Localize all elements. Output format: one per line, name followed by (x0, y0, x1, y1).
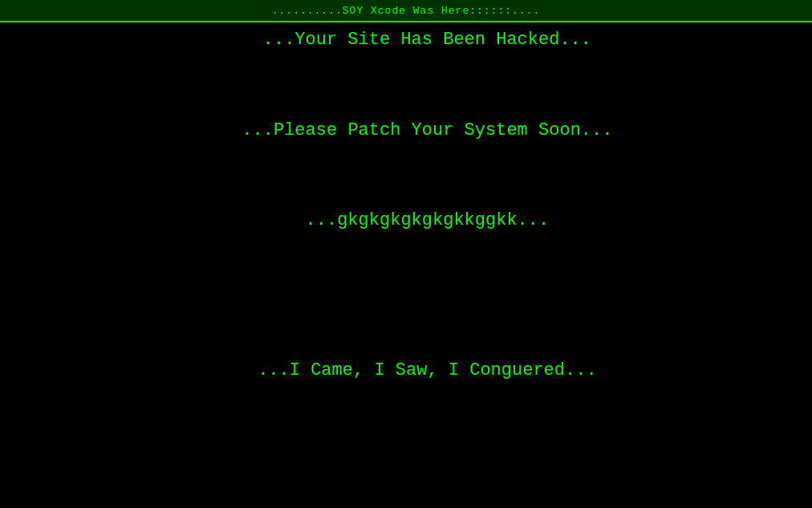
message-block: ...Loading... ...Sorry Admin... ...Your … (168, 0, 644, 508)
line-hacked: ...Your Site Has Been Hacked... (263, 30, 591, 50)
main-content: ...Loading... ...Sorry Admin... ...Your … (0, 22, 812, 508)
line-came-saw: ...I Came, I Saw, I Conguered... (258, 360, 596, 380)
line-gk: ...gkgkgkgkgkgkkggkk... (306, 210, 550, 230)
line-please-patch: ...Please Patch Your System Soon... (242, 120, 612, 140)
